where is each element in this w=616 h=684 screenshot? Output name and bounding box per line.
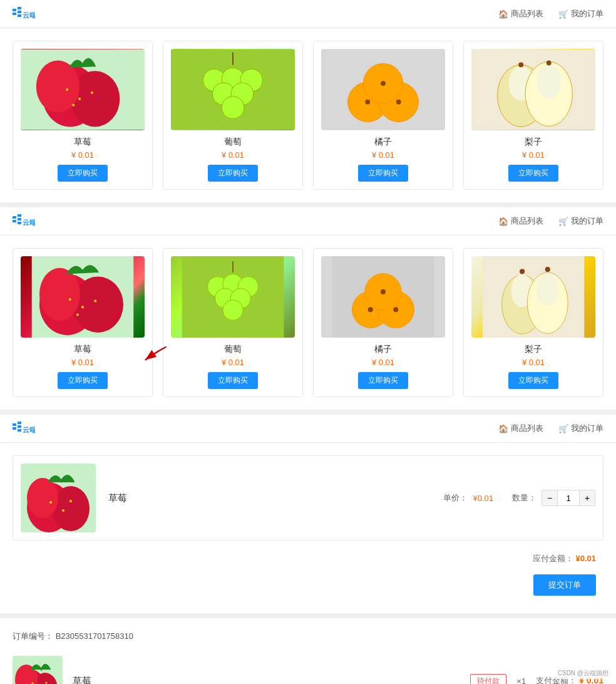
order-list-section: 订单编号： B2305531701758310 草莓 待付款 ×1 bbox=[0, 618, 616, 684]
svg-rect-39 bbox=[18, 218, 21, 220]
buy-btn-strawberry-2[interactable]: 立即购买 bbox=[58, 372, 108, 389]
nav-my-order-label-2: 我的订单 bbox=[571, 215, 603, 227]
orange-svg-1 bbox=[321, 49, 445, 130]
svg-rect-3 bbox=[18, 11, 21, 13]
product-name-pear-2: 梨子 bbox=[471, 344, 595, 355]
buy-btn-pear-1[interactable]: 立即购买 bbox=[508, 165, 558, 182]
order-qty-section: 数量： − + bbox=[512, 490, 595, 506]
product-name-strawberry-2: 草莓 bbox=[21, 344, 145, 355]
logo-3: 云端源想 bbox=[13, 420, 35, 437]
svg-point-10 bbox=[66, 88, 68, 91]
strawberry-svg-1 bbox=[21, 49, 145, 130]
navbar-2: 云端源想 🏠 商品列表 🛒 我的订单 bbox=[0, 207, 616, 236]
qty-input[interactable] bbox=[557, 490, 580, 505]
pear-svg-2 bbox=[471, 256, 595, 338]
svg-rect-4 bbox=[18, 14, 21, 17]
svg-point-65 bbox=[381, 289, 386, 294]
product-img-grape-1 bbox=[171, 49, 295, 130]
nav-my-order-3[interactable]: 🛒 我的订单 bbox=[558, 423, 603, 434]
cart-icon-3: 🛒 bbox=[558, 424, 568, 433]
svg-text:云端源想: 云端源想 bbox=[23, 219, 35, 226]
svg-point-71 bbox=[520, 269, 525, 274]
svg-rect-38 bbox=[18, 214, 21, 217]
home-icon-3: 🏠 bbox=[498, 424, 508, 433]
section-1: 云端源想 🏠 商品列表 🛒 我的订单 bbox=[0, 0, 616, 202]
qty-decrease-btn[interactable]: − bbox=[542, 490, 557, 505]
watermark: CSDN @云端源想 bbox=[555, 668, 611, 679]
svg-point-35 bbox=[547, 60, 552, 65]
product-section-1: 草莓 ¥ 0.01 立即购买 bbox=[0, 28, 616, 202]
nav-my-order-2[interactable]: 🛒 我的订单 bbox=[558, 215, 603, 227]
home-icon-2: 🏠 bbox=[498, 217, 508, 226]
svg-rect-75 bbox=[18, 422, 21, 424]
svg-point-92 bbox=[46, 682, 48, 684]
nav-product-list-1[interactable]: 🏠 商品列表 bbox=[498, 8, 543, 19]
product-name-grape-1: 葡萄 bbox=[171, 137, 295, 148]
buy-btn-orange-2[interactable]: 立即购买 bbox=[358, 372, 408, 389]
product-price-strawberry-2: ¥ 0.01 bbox=[21, 358, 145, 367]
svg-point-47 bbox=[81, 306, 84, 308]
product-card-pear-2: 梨子 ¥ 0.01 立即购买 bbox=[463, 248, 603, 397]
submit-order-btn[interactable]: 提交订单 bbox=[533, 574, 596, 596]
logo-svg-3: 云端源想 bbox=[13, 420, 35, 437]
order-item-img bbox=[21, 464, 96, 532]
svg-rect-76 bbox=[18, 425, 21, 428]
buy-btn-pear-2[interactable]: 立即购买 bbox=[508, 372, 558, 389]
nav-product-list-label-3: 商品列表 bbox=[511, 423, 543, 434]
order-total-label: 应付金额： bbox=[533, 554, 573, 563]
buy-btn-strawberry-1[interactable]: 立即购买 bbox=[58, 165, 108, 182]
svg-point-70 bbox=[536, 273, 559, 306]
navbar-right-2: 🏠 商品列表 🛒 我的订单 bbox=[498, 215, 603, 227]
nav-my-order-label-1: 我的订单 bbox=[571, 8, 603, 19]
order-price-label: 单价： bbox=[443, 492, 468, 504]
product-card-grape-2: 葡萄 ¥ 0.01 立即购买 bbox=[163, 248, 303, 397]
order-total-value: ¥0.01 bbox=[575, 554, 596, 563]
svg-text:云端源想: 云端源想 bbox=[23, 11, 35, 19]
nav-my-order-1[interactable]: 🛒 我的订单 bbox=[558, 8, 603, 19]
order-no-value: B2305531701758310 bbox=[56, 631, 133, 641]
navbar-right-3: 🏠 商品列表 🛒 我的订单 bbox=[498, 423, 603, 434]
order-row-img bbox=[13, 656, 63, 684]
order-item-row: 草莓 单价： ¥0.01 数量： − + bbox=[13, 455, 603, 541]
qty-increase-btn[interactable]: + bbox=[580, 490, 595, 505]
svg-point-13 bbox=[72, 104, 74, 106]
svg-rect-77 bbox=[18, 429, 21, 432]
product-price-orange-1: ¥ 0.01 bbox=[321, 150, 445, 160]
svg-rect-2 bbox=[18, 7, 21, 9]
product-name-pear-1: 梨子 bbox=[471, 137, 595, 148]
svg-point-83 bbox=[49, 501, 52, 504]
order-row: 草莓 待付款 ×1 支付金额： ¥ 0.01 bbox=[13, 650, 603, 684]
product-card-orange-1: 橘子 ¥ 0.01 立即购买 bbox=[313, 41, 453, 190]
navbar-right-1: 🏠 商品列表 🛒 我的订单 bbox=[498, 8, 603, 19]
product-price-pear-2: ¥ 0.01 bbox=[471, 358, 595, 367]
nav-my-order-label-3: 我的订单 bbox=[571, 423, 603, 434]
status-badge: 待付款 bbox=[470, 674, 506, 685]
svg-rect-1 bbox=[13, 13, 16, 15]
cart-icon-2: 🛒 bbox=[558, 217, 568, 226]
product-price-strawberry-1: ¥ 0.01 bbox=[21, 150, 145, 160]
buy-btn-grape-2[interactable]: 立即购买 bbox=[208, 372, 258, 389]
product-card-strawberry-1: 草莓 ¥ 0.01 立即购买 bbox=[13, 41, 153, 190]
grape-svg-2 bbox=[171, 256, 295, 338]
svg-point-27 bbox=[396, 100, 401, 105]
nav-product-list-3[interactable]: 🏠 商品列表 bbox=[498, 423, 543, 434]
svg-rect-73 bbox=[13, 423, 16, 426]
product-card-orange-2: 橘子 ¥ 0.01 立即购买 bbox=[313, 248, 453, 397]
svg-point-46 bbox=[69, 298, 71, 301]
svg-point-28 bbox=[381, 81, 386, 86]
buy-btn-grape-1[interactable]: 立即购买 bbox=[208, 165, 258, 182]
product-img-strawberry-2 bbox=[21, 256, 145, 338]
cart-icon-1: 🛒 bbox=[558, 9, 568, 19]
svg-point-84 bbox=[62, 509, 64, 512]
product-card-strawberry-2: 草莓 ¥ 0.01 立即购买 bbox=[13, 248, 153, 397]
product-card-pear-1: 梨子 ¥ 0.01 立即购买 bbox=[463, 41, 603, 190]
product-img-orange-1 bbox=[321, 49, 445, 130]
order-submit-row: 提交订单 bbox=[13, 569, 603, 601]
nav-product-list-2[interactable]: 🏠 商品列表 bbox=[498, 215, 543, 227]
order-strawberry-img bbox=[21, 464, 96, 532]
product-price-grape-2: ¥ 0.01 bbox=[171, 358, 295, 367]
order-item-price-section: 单价： ¥0.01 bbox=[443, 492, 493, 504]
buy-btn-orange-1[interactable]: 立即购买 bbox=[358, 165, 408, 182]
orange-svg-2 bbox=[321, 256, 445, 338]
svg-point-82 bbox=[27, 478, 58, 518]
